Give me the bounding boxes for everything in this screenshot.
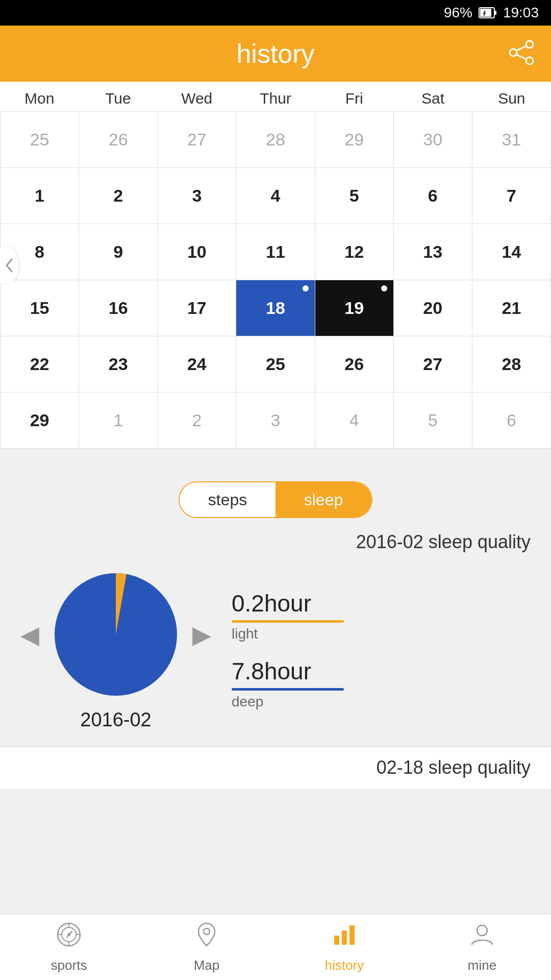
steps-sleep-toggle[interactable]: steps sleep <box>179 481 372 518</box>
calendar-day[interactable]: 30 <box>394 112 472 168</box>
nav-sports[interactable]: sports <box>0 914 138 980</box>
header: history <box>0 26 551 82</box>
calendar-day[interactable]: 29 <box>1 393 79 449</box>
clock-time: 19:03 <box>503 5 539 21</box>
nav-map[interactable]: Map <box>138 914 276 980</box>
svg-point-4 <box>526 57 533 64</box>
nav-mine[interactable]: mine <box>413 914 551 980</box>
mine-label: mine <box>468 958 496 973</box>
light-sleep-value: 0.2hour <box>232 590 311 617</box>
calendar-prev-arrow[interactable] <box>0 248 18 283</box>
calendar-spacer <box>0 449 551 469</box>
calendar-day[interactable]: 25 <box>1 112 79 168</box>
calendar-day[interactable]: 19 <box>315 280 394 336</box>
calendar-day[interactable]: 5 <box>315 168 394 224</box>
svg-line-6 <box>516 46 527 51</box>
calendar-day[interactable]: 18 <box>236 280 315 336</box>
deep-sleep-stat: 7.8hour deep <box>232 657 531 710</box>
calendar-day[interactable]: 4 <box>236 168 315 224</box>
calendar-day[interactable]: 28 <box>472 336 551 393</box>
weekday-label: Sun <box>472 90 551 107</box>
svg-rect-18 <box>342 930 347 945</box>
deep-sleep-bar <box>232 688 344 691</box>
calendar-day[interactable]: 2 <box>79 168 158 224</box>
svg-line-7 <box>516 55 527 59</box>
calendar-day[interactable]: 26 <box>79 112 158 168</box>
calendar-day[interactable]: 13 <box>394 224 472 280</box>
svg-rect-2 <box>494 11 496 15</box>
nav-history[interactable]: history <box>276 914 413 980</box>
calendar-day[interactable]: 1 <box>79 393 158 449</box>
calendar-day[interactable]: 28 <box>236 112 315 168</box>
calendar-day[interactable]: 25 <box>236 336 315 393</box>
pie-chart-area: ◀ ▶ 2016-02 <box>20 568 211 731</box>
calendar-day[interactable]: 22 <box>1 336 79 393</box>
daily-sleep-section: 02-18 sleep quality <box>0 746 551 789</box>
calendar-day[interactable]: 20 <box>394 280 472 336</box>
sports-icon <box>56 921 82 953</box>
history-label: history <box>325 958 364 973</box>
calendar: MonTueWedThurFriSatSun 25262728293031123… <box>0 82 551 449</box>
pie-prev-arrow[interactable]: ◀ <box>20 620 39 649</box>
calendar-day[interactable]: 5 <box>394 393 472 449</box>
calendar-day[interactable]: 3 <box>158 168 236 224</box>
calendar-day[interactable]: 6 <box>472 393 551 449</box>
weekday-label: Tue <box>79 90 157 107</box>
pie-next-arrow[interactable]: ▶ <box>192 620 211 649</box>
toggle-steps[interactable]: steps <box>180 482 276 517</box>
toggle-sleep[interactable]: sleep <box>276 482 371 517</box>
calendar-day[interactable]: 10 <box>158 224 236 280</box>
calendar-day[interactable]: 31 <box>472 112 551 168</box>
calendar-day[interactable]: 1 <box>1 168 79 224</box>
share-button[interactable] <box>508 39 535 68</box>
calendar-day[interactable]: 9 <box>79 224 158 280</box>
calendar-day[interactable]: 27 <box>158 112 236 168</box>
calendar-day[interactable]: 11 <box>236 224 315 280</box>
sleep-pie-chart <box>49 568 182 701</box>
svg-rect-19 <box>349 925 355 945</box>
calendar-day[interactable]: 17 <box>158 280 236 336</box>
sleep-stats: 0.2hour light 7.8hour deep <box>232 590 531 710</box>
calendar-day[interactable]: 27 <box>394 336 472 393</box>
calendar-day[interactable]: 24 <box>158 336 236 393</box>
toggle-section: steps sleep <box>0 469 551 526</box>
svg-point-16 <box>204 928 210 935</box>
calendar-day[interactable]: 29 <box>315 112 394 168</box>
deep-sleep-label: deep <box>232 694 263 710</box>
svg-rect-17 <box>334 936 339 945</box>
history-icon <box>331 921 358 953</box>
pie-month-label: 2016-02 <box>80 709 151 731</box>
weekday-label: Wed <box>158 90 236 107</box>
calendar-weekdays: MonTueWedThurFriSatSun <box>0 82 551 111</box>
calendar-day[interactable]: 4 <box>315 393 394 449</box>
calendar-day[interactable]: 6 <box>394 168 472 224</box>
svg-point-15 <box>67 933 70 936</box>
page-title: history <box>236 38 314 69</box>
calendar-day[interactable]: 2 <box>158 393 236 449</box>
svg-rect-1 <box>480 9 491 17</box>
calendar-day[interactable]: 15 <box>1 280 79 336</box>
calendar-day[interactable]: 26 <box>315 336 394 393</box>
light-sleep-bar <box>232 620 344 623</box>
weekday-label: Fri <box>315 90 393 107</box>
sports-label: sports <box>51 958 87 973</box>
calendar-day[interactable]: 23 <box>79 336 158 393</box>
calendar-day[interactable]: 16 <box>79 280 158 336</box>
calendar-day[interactable]: 14 <box>472 224 551 280</box>
deep-sleep-value: 7.8hour <box>232 657 311 685</box>
map-label: Map <box>194 958 220 973</box>
status-bar: 96% 19:03 <box>0 0 551 26</box>
map-icon <box>194 921 219 953</box>
svg-point-5 <box>510 49 517 56</box>
svg-point-3 <box>526 41 533 48</box>
sleep-month-title: 2016-02 sleep quality <box>20 531 531 553</box>
calendar-day[interactable]: 7 <box>472 168 551 224</box>
mine-icon <box>469 921 495 953</box>
light-sleep-stat: 0.2hour light <box>232 590 531 642</box>
calendar-day[interactable]: 21 <box>472 280 551 336</box>
calendar-day[interactable]: 12 <box>315 224 394 280</box>
sleep-section: 2016-02 sleep quality ◀ ▶ 2016-02 <box>0 526 551 746</box>
battery-icon <box>479 7 497 18</box>
pie-wrapper: ◀ ▶ <box>20 568 211 701</box>
calendar-day[interactable]: 3 <box>236 393 315 449</box>
